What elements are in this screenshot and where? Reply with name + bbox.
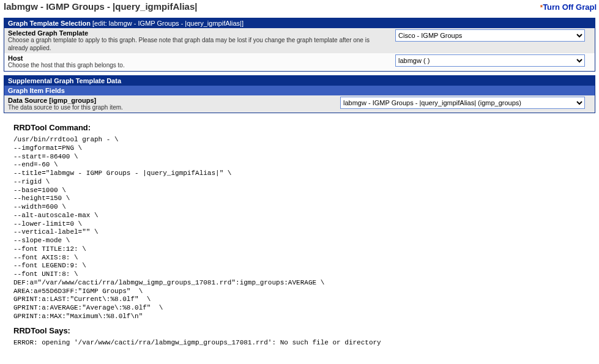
data-source-label: Data Source [igmp_groups] [8,97,334,104]
host-label: Host [8,54,389,62]
page-title: labmgw - IGMP Groups - |query_igmpifAlia… [4,1,198,12]
subheader-graph-item-fields: Graph Item Fields [4,86,595,95]
graph-template-select[interactable]: Cisco - IGMP Groups [395,29,585,42]
selected-template-label: Selected Graph Template [8,29,389,37]
data-source-row: Data Source [igmp_groups] The data sourc… [4,95,595,113]
rrdtool-says-text: ERROR: opening '/var/www/cacti/rra/labmg… [13,339,593,347]
rrdtool-command-title: RRDTool Command: [13,123,593,132]
supplemental-panel: Supplemental Graph Template Data Graph I… [4,75,595,114]
turn-off-graph-link[interactable]: *Turn Off Grapl [540,2,597,12]
rrdtool-command-text: /usr/bin/rrdtool graph - \ --imgformat=P… [13,136,593,321]
panel-header-supplemental: Supplemental Graph Template Data [4,76,595,86]
data-source-select[interactable]: labmgw - IGMP Groups - |query_igmpifAlia… [340,97,585,109]
host-select[interactable]: labmgw ( ) [395,54,585,67]
host-row: Host Choose the host that this graph bel… [4,53,595,71]
selected-template-row: Selected Graph Template Choose a graph t… [4,28,595,53]
graph-template-selection-panel: Graph Template Selection [edit: labmgw -… [4,18,595,72]
panel-header-selection: Graph Template Selection [edit: labmgw -… [4,18,595,28]
data-source-desc: The data source to use for this graph it… [8,104,334,112]
rrdtool-says-title: RRDTool Says: [13,326,593,335]
host-desc: Choose the host that this graph belongs … [8,62,389,70]
selected-template-desc: Choose a graph template to apply to this… [8,37,389,52]
panel-header-edit-label: [edit: labmgw - IGMP Groups - |query_igm… [92,20,244,27]
